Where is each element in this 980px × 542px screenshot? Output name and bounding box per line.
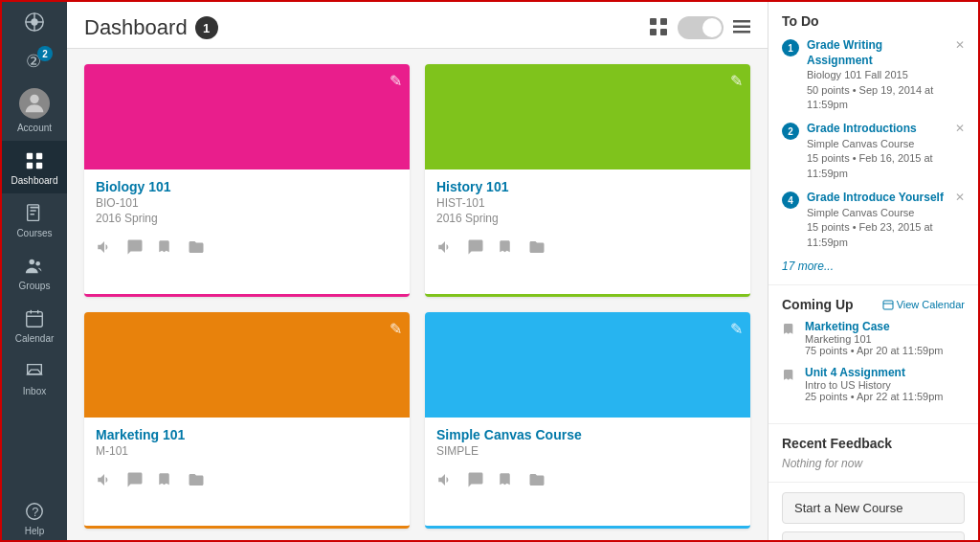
courses-icon <box>24 203 45 224</box>
todo-number: 1 <box>782 39 799 56</box>
view-grades-button[interactable]: View Grades <box>782 531 965 542</box>
course-edit-icon-simple[interactable]: ✎ <box>730 320 743 338</box>
sidebar-label-courses: Courses <box>16 228 52 238</box>
grades-icon[interactable] <box>157 238 174 256</box>
avatar <box>19 88 50 119</box>
todo-close-button[interactable]: ✕ <box>955 122 965 135</box>
course-code-biology: BIO-101 <box>96 196 398 210</box>
coming-up-section: Coming Up View Calendar Marketing Case M… <box>768 285 978 424</box>
todo-content: Grade Writing Assignment Biology 101 Fal… <box>807 38 947 112</box>
files-icon[interactable] <box>528 238 546 256</box>
todo-number: 2 <box>782 123 799 140</box>
chat-icon[interactable] <box>126 238 144 256</box>
svg-rect-6 <box>27 153 33 159</box>
assignment-icon <box>782 322 797 340</box>
svg-rect-11 <box>30 207 38 209</box>
course-card-history: ✎ History 101 HIST-101 2016 Spring <box>425 64 750 297</box>
svg-rect-16 <box>27 312 43 327</box>
sidebar-item-dashboard[interactable]: Dashboard <box>2 141 67 193</box>
course-edit-icon-history[interactable]: ✎ <box>730 72 743 90</box>
chat-icon[interactable] <box>126 471 144 488</box>
main-content: Dashboard 1 ✎ Biology 101 BIO-101 2016 S… <box>67 2 768 542</box>
svg-rect-29 <box>883 301 893 309</box>
course-title-biology[interactable]: Biology 101 <box>96 179 398 194</box>
view-calendar-link[interactable]: View Calendar <box>882 299 965 310</box>
sidebar-label-inbox: Inbox <box>23 386 46 396</box>
todo-course: Simple Canvas Course <box>807 137 947 151</box>
header-title-group: Dashboard 1 <box>84 15 218 40</box>
grid-view-button[interactable] <box>649 17 668 39</box>
todo-item: 1 Grade Writing Assignment Biology 101 F… <box>782 38 965 112</box>
todo-points-date: 15 points • Feb 16, 2015 at 11:59pm <box>807 151 947 181</box>
sidebar-item-help[interactable]: ? Help <box>2 491 67 542</box>
view-toggle[interactable] <box>678 16 724 39</box>
course-info-marketing: Marketing 101 M-101 <box>84 418 410 463</box>
sidebar-item-notifications[interactable]: ② 2 <box>2 40 67 79</box>
view-calendar-label: View Calendar <box>897 299 965 310</box>
todo-close-button[interactable]: ✕ <box>955 191 965 204</box>
course-banner-history[interactable]: ✎ <box>425 64 750 169</box>
announcement-icon[interactable] <box>436 471 454 488</box>
coming-up-title-link[interactable]: Unit 4 Assignment <box>805 366 965 379</box>
chat-icon[interactable] <box>467 238 484 256</box>
coming-up-header: Coming Up View Calendar <box>782 297 965 312</box>
todo-points-date: 15 points • Feb 23, 2015 at 11:59pm <box>807 220 947 250</box>
announcement-icon[interactable] <box>96 238 113 256</box>
start-new-course-button[interactable]: Start a New Course <box>782 492 965 524</box>
course-term-biology: 2016 Spring <box>96 212 398 225</box>
todo-content: Grade Introduce Yourself Simple Canvas C… <box>807 191 947 250</box>
course-edit-icon-biology[interactable]: ✎ <box>390 72 402 90</box>
course-banner-simple[interactable]: ✎ <box>425 312 750 418</box>
course-info-history: History 101 HIST-101 2016 Spring <box>425 169 750 231</box>
course-title-simple[interactable]: Simple Canvas Course <box>436 427 739 442</box>
sidebar-label-groups: Groups <box>19 281 51 291</box>
todo-course: Simple Canvas Course <box>807 206 947 220</box>
course-banner-biology[interactable]: ✎ <box>84 64 410 169</box>
coming-up-title-link[interactable]: Marketing Case <box>805 320 965 333</box>
svg-rect-25 <box>660 29 667 35</box>
sidebar-label-help: Help <box>25 526 45 536</box>
sidebar-item-calendar[interactable]: Calendar <box>2 299 67 351</box>
dashboard-icon <box>24 150 45 171</box>
coming-up-item: Marketing Case Marketing 101 75 points •… <box>782 320 965 356</box>
course-code-simple: SIMPLE <box>436 444 739 458</box>
notifications-badge: 2 <box>37 46 53 61</box>
sidebar-item-courses[interactable]: Courses <box>2 193 67 246</box>
chat-icon[interactable] <box>467 471 484 488</box>
svg-point-5 <box>30 95 38 103</box>
files-icon[interactable] <box>188 238 205 256</box>
todo-title-link[interactable]: Grade Introduce Yourself <box>807 191 947 206</box>
grades-icon[interactable] <box>498 238 515 256</box>
course-term-history: 2016 Spring <box>436 212 739 225</box>
files-icon[interactable] <box>528 471 546 488</box>
todo-more[interactable]: 17 more... <box>782 260 965 273</box>
list-view-button[interactable] <box>733 18 750 38</box>
svg-text:?: ? <box>32 505 38 519</box>
right-sidebar: To Do 1 Grade Writing Assignment Biology… <box>768 2 978 542</box>
course-title-history[interactable]: History 101 <box>436 179 739 194</box>
action-buttons: Start a New Course View Grades <box>768 483 978 542</box>
sidebar-item-logo[interactable] <box>2 2 67 40</box>
todo-close-button[interactable]: ✕ <box>955 38 965 52</box>
announcement-icon[interactable] <box>436 238 454 256</box>
grades-icon[interactable] <box>157 471 174 488</box>
sidebar-item-groups[interactable]: Groups <box>2 246 67 299</box>
svg-rect-22 <box>650 18 657 25</box>
grades-icon[interactable] <box>498 471 515 488</box>
course-actions-history <box>425 231 750 265</box>
logo-icon <box>24 11 45 33</box>
recent-feedback-section: Recent Feedback Nothing for now <box>768 424 978 483</box>
sidebar-item-inbox[interactable]: Inbox <box>2 351 67 404</box>
course-edit-icon-marketing[interactable]: ✎ <box>390 320 402 338</box>
coming-up-course: Marketing 101 <box>805 333 965 345</box>
announcement-icon[interactable] <box>96 471 113 488</box>
header-badge: 1 <box>195 16 218 39</box>
todo-title-link[interactable]: Grade Writing Assignment <box>807 38 947 68</box>
course-title-marketing[interactable]: Marketing 101 <box>96 427 398 442</box>
todo-title-link[interactable]: Grade Introductions <box>807 122 947 137</box>
course-banner-marketing[interactable]: ✎ <box>84 312 410 418</box>
coming-up-title: Coming Up <box>782 297 854 312</box>
files-icon[interactable] <box>188 471 205 488</box>
sidebar-item-account[interactable]: Account <box>2 79 67 141</box>
course-code-history: HIST-101 <box>436 196 739 210</box>
